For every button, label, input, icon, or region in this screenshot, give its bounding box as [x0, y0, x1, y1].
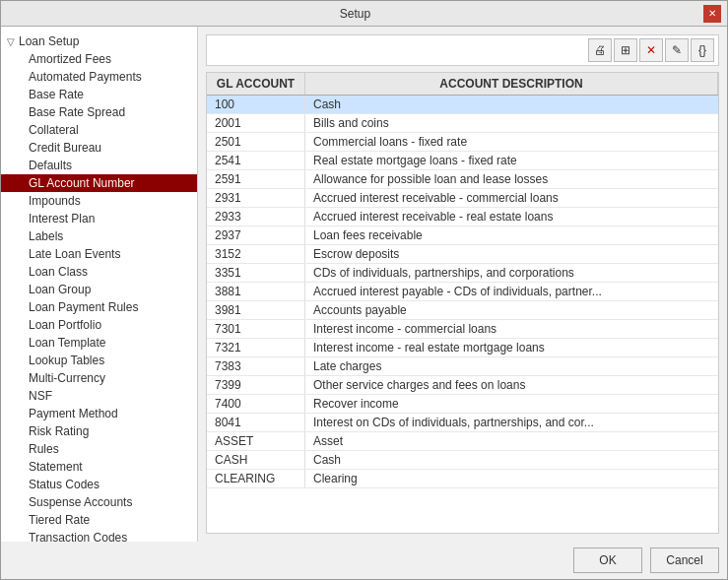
table-row[interactable]: 3351CDs of individuals, partnerships, an… — [207, 264, 718, 283]
table-row[interactable]: 7399Other service charges and fees on lo… — [207, 376, 718, 395]
table-row[interactable]: 2501Commercial loans - fixed rate — [207, 133, 718, 152]
table-cell-desc: Other service charges and fees on loans — [305, 376, 718, 394]
table-row[interactable]: 7383Late charges — [207, 357, 718, 376]
sidebar-item-rules[interactable]: Rules — [1, 440, 197, 458]
edit-button[interactable]: ✎ — [665, 38, 689, 62]
expand-icon: ▽ — [7, 36, 15, 47]
sidebar-item-nsf[interactable]: NSF — [1, 387, 197, 405]
sidebar-item-transaction-codes[interactable]: Transaction Codes — [1, 529, 197, 542]
table-row[interactable]: 2937Loan fees receivable — [207, 226, 718, 245]
table-row[interactable]: 2001Bills and coins — [207, 114, 718, 133]
table-row[interactable]: CASHCash — [207, 451, 718, 470]
sidebar-item-interest-plan[interactable]: Interest Plan — [1, 210, 197, 227]
col-gl-account: GL ACCOUNT — [207, 73, 305, 95]
sidebar-item-amortized-fees[interactable]: Amortized Fees — [1, 50, 197, 68]
table-cell-desc: Commercial loans - fixed rate — [305, 133, 718, 151]
table-row[interactable]: ASSETAsset — [207, 432, 718, 451]
table-row[interactable]: 3152Escrow deposits — [207, 245, 718, 264]
table-cell-desc: Interest on CDs of individuals, partners… — [305, 414, 718, 431]
table-cell-desc: Escrow deposits — [305, 245, 718, 263]
sidebar-item-loan-group[interactable]: Loan Group — [1, 281, 197, 298]
table-row[interactable]: 7301Interest income - commercial loans — [207, 320, 718, 339]
table-row[interactable]: 3881Accrued interest payable - CDs of in… — [207, 283, 718, 301]
setup-window: Setup ✕ ▽ Loan Setup Amortized FeesAutom… — [0, 0, 728, 580]
table-cell-desc: Allowance for possible loan and lease lo… — [305, 170, 718, 188]
sidebar-item-loan-template[interactable]: Loan Template — [1, 334, 197, 352]
grid-button[interactable]: ⊞ — [614, 38, 637, 62]
table-row[interactable]: 8041Interest on CDs of individuals, part… — [207, 414, 718, 432]
table-row[interactable]: 2931Accrued interest receivable - commer… — [207, 189, 718, 208]
table-cell-desc: Late charges — [305, 357, 718, 375]
table-cell-desc: Asset — [305, 432, 718, 450]
content-area: ▽ Loan Setup Amortized FeesAutomated Pay… — [1, 27, 727, 542]
sidebar-item-credit-bureau[interactable]: Credit Bureau — [1, 139, 197, 157]
sidebar-item-multi-currency[interactable]: Multi-Currency — [1, 369, 197, 387]
sidebar-item-gl-account-number[interactable]: GL Account Number — [1, 174, 197, 192]
sidebar-item-automated-payments[interactable]: Automated Payments — [1, 68, 197, 86]
table-cell-gl: CLEARING — [207, 470, 305, 487]
sidebar-item-impounds[interactable]: Impounds — [1, 192, 197, 210]
sidebar-item-suspense-accounts[interactable]: Suspense Accounts — [1, 493, 197, 511]
table-header: GL ACCOUNT ACCOUNT DESCRIPTION — [207, 73, 718, 96]
table-cell-gl: 7301 — [207, 320, 305, 338]
table-row[interactable]: 7400Recover income — [207, 395, 718, 414]
table-cell-desc: Cash — [305, 96, 718, 113]
table-row[interactable]: 2591Allowance for possible loan and leas… — [207, 170, 718, 189]
sidebar-item-collateral[interactable]: Collateral — [1, 121, 197, 139]
sidebar-item-risk-rating[interactable]: Risk Rating — [1, 422, 197, 440]
sidebar-group-loan-setup: ▽ Loan Setup Amortized FeesAutomated Pay… — [1, 31, 197, 542]
table-cell-gl: 2937 — [207, 226, 305, 244]
delete-button[interactable]: ✕ — [639, 38, 663, 62]
table-cell-desc: Interest income - commercial loans — [305, 320, 718, 338]
sidebar-item-lookup-tables[interactable]: Lookup Tables — [1, 352, 197, 369]
table-cell-desc: Accrued interest payable - CDs of indivi… — [305, 283, 718, 300]
table-cell-desc: Real estate mortgage loans - fixed rate — [305, 152, 718, 169]
cancel-button[interactable]: Cancel — [650, 548, 719, 573]
sidebar-item-statement[interactable]: Statement — [1, 458, 197, 476]
sidebar-item-tiered-rate[interactable]: Tiered Rate — [1, 511, 197, 529]
table-cell-gl: 2001 — [207, 114, 305, 132]
sidebar-item-loan-portfolio[interactable]: Loan Portfolio — [1, 316, 197, 334]
table-cell-gl: 2591 — [207, 170, 305, 188]
table-cell-desc: CDs of individuals, partnerships, and co… — [305, 264, 718, 282]
table-cell-desc: Accounts payable — [305, 301, 718, 319]
table-row[interactable]: CLEARINGClearing — [207, 470, 718, 488]
table-cell-desc: Loan fees receivable — [305, 226, 718, 244]
table-cell-gl: 3981 — [207, 301, 305, 319]
code-button[interactable]: {} — [691, 38, 714, 62]
sidebar: ▽ Loan Setup Amortized FeesAutomated Pay… — [1, 27, 198, 542]
sidebar-item-late-loan-events[interactable]: Late Loan Events — [1, 245, 197, 263]
sidebar-items-list: Amortized FeesAutomated PaymentsBase Rat… — [1, 50, 197, 542]
sidebar-item-base-rate-spread[interactable]: Base Rate Spread — [1, 103, 197, 121]
sidebar-item-status-codes[interactable]: Status Codes — [1, 476, 197, 493]
sidebar-item-defaults[interactable]: Defaults — [1, 157, 197, 174]
table-cell-desc: Cash — [305, 451, 718, 469]
table-body: 100Cash2001Bills and coins2501Commercial… — [207, 96, 718, 533]
table-cell-desc: Bills and coins — [305, 114, 718, 132]
table-row[interactable]: 2933Accrued interest receivable - real e… — [207, 208, 718, 226]
table-row[interactable]: 7321Interest income - real estate mortga… — [207, 339, 718, 357]
table-cell-desc: Accrued interest receivable - commercial… — [305, 189, 718, 207]
sidebar-item-loan-class[interactable]: Loan Class — [1, 263, 197, 281]
table-row[interactable]: 2541Real estate mortgage loans - fixed r… — [207, 152, 718, 170]
table-cell-desc: Clearing — [305, 470, 718, 487]
table-row[interactable]: 100Cash — [207, 96, 718, 114]
table-row[interactable]: 3981Accounts payable — [207, 301, 718, 320]
close-button[interactable]: ✕ — [703, 5, 721, 23]
table-cell-gl: 7383 — [207, 357, 305, 375]
col-account-description: ACCOUNT DESCRIPTION — [305, 73, 718, 95]
table-cell-gl: CASH — [207, 451, 305, 469]
table-cell-desc: Accrued interest receivable - real estat… — [305, 208, 718, 226]
sidebar-group-header[interactable]: ▽ Loan Setup — [1, 32, 197, 50]
ok-button[interactable]: OK — [573, 548, 642, 573]
toolbar: 🖨 ⊞ ✕ ✎ {} — [206, 34, 719, 66]
sidebar-item-base-rate[interactable]: Base Rate — [1, 86, 197, 103]
sidebar-item-labels[interactable]: Labels — [1, 227, 197, 245]
sidebar-item-payment-method[interactable]: Payment Method — [1, 405, 197, 422]
table-cell-gl: 7321 — [207, 339, 305, 356]
print-button[interactable]: 🖨 — [588, 38, 612, 62]
table-cell-gl: 2931 — [207, 189, 305, 207]
sidebar-item-loan-payment-rules[interactable]: Loan Payment Rules — [1, 298, 197, 316]
table-cell-gl: 3351 — [207, 264, 305, 282]
table-cell-gl: 100 — [207, 96, 305, 113]
